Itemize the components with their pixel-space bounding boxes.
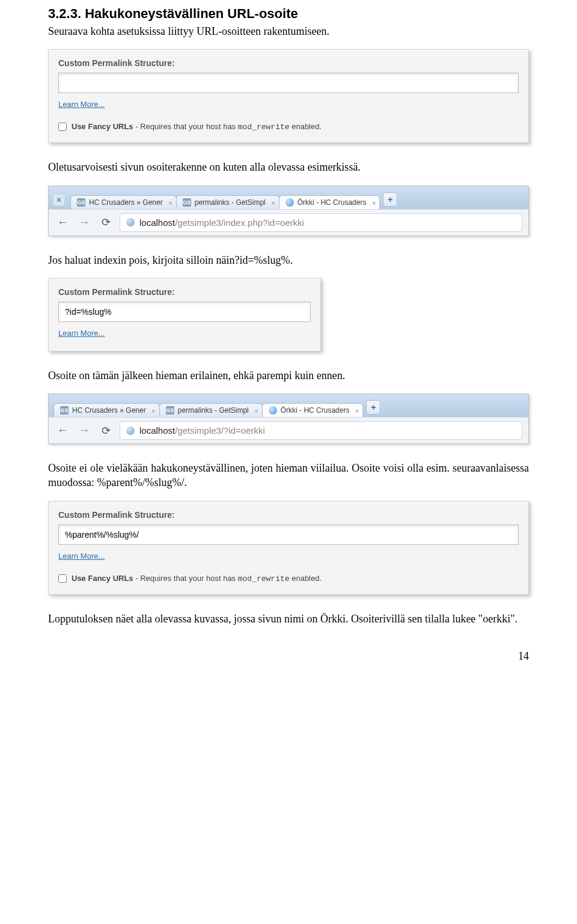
- tab-close-icon[interactable]: ×: [151, 407, 155, 415]
- permalink-input[interactable]: [58, 302, 311, 322]
- tab-close-icon[interactable]: ×: [254, 407, 258, 415]
- fancy-urls-row: Use Fancy URLs - Requires that your host…: [58, 574, 519, 583]
- browser-screenshot-2: GS HC Crusaders » Gener × GS permalinks …: [48, 394, 529, 444]
- fancy-urls-after: enabled.: [290, 574, 322, 583]
- permalink-panel-1: Custom Permalink Structure: Learn More..…: [48, 49, 529, 143]
- fancy-urls-text: - Requires that your host has: [133, 574, 238, 583]
- permalink-label: Custom Permalink Structure:: [58, 58, 519, 68]
- forward-button[interactable]: →: [76, 214, 92, 230]
- favicon-gs-icon: GS: [166, 406, 174, 415]
- fancy-urls-row: Use Fancy URLs - Requires that your host…: [58, 122, 519, 132]
- permalink-panel-2: Custom Permalink Structure: Learn More..…: [48, 278, 321, 351]
- tab-2[interactable]: GS permalinks - GetSimpl ×: [159, 403, 263, 417]
- tab-2[interactable]: GS permalinks - GetSimpl ×: [176, 195, 279, 209]
- learn-more-link[interactable]: Learn More...: [58, 100, 105, 109]
- tab-label: permalinks - GetSimpl: [195, 198, 266, 207]
- tabstrip: GS HC Crusaders » Gener × GS permalinks …: [49, 394, 528, 417]
- new-tab-button[interactable]: +: [366, 400, 380, 415]
- tab-close-icon[interactable]: ×: [271, 199, 275, 207]
- favicon-gs-icon: GS: [60, 406, 69, 415]
- fancy-urls-after: enabled.: [290, 122, 322, 131]
- favicon-globe-icon: [269, 406, 277, 415]
- fancy-urls-label: Use Fancy URLs: [72, 122, 133, 131]
- forward-button[interactable]: →: [76, 423, 92, 439]
- permalink-input[interactable]: [58, 73, 519, 93]
- browser-screenshot-1: ✕ GS HC Crusaders » Gener × GS permalink…: [48, 186, 529, 236]
- tab-label: permalinks - GetSimpl: [178, 406, 249, 415]
- favicon-gs-icon: GS: [183, 198, 191, 207]
- learn-more-link[interactable]: Learn More...: [58, 552, 105, 561]
- nav-toolbar: ← → ⟳ localhost/getsimple3/index.php?id=…: [49, 209, 528, 236]
- permalink-input[interactable]: [58, 524, 519, 545]
- learn-more-link[interactable]: Learn More...: [58, 329, 105, 338]
- address-bar[interactable]: localhost/getsimple3/index.php?id=oerkki: [120, 213, 522, 232]
- para-after-browser2: Osoite ei ole vieläkään hakukoneystäväll…: [48, 461, 529, 490]
- fancy-urls-checkbox[interactable]: [58, 574, 67, 583]
- favicon-globe-icon: [285, 198, 294, 207]
- reload-button[interactable]: ⟳: [98, 423, 114, 439]
- window-close-icon[interactable]: ✕: [53, 195, 64, 205]
- back-button[interactable]: ←: [55, 214, 70, 230]
- nav-toolbar: ← → ⟳ localhost/getsimple3/?id=oerkki: [49, 417, 528, 443]
- tab-close-icon[interactable]: ×: [168, 199, 172, 207]
- tab-3[interactable]: Örkki - HC Crusaders ×: [262, 403, 364, 417]
- favicon-gs-icon: GS: [77, 198, 85, 207]
- mod-rewrite-code: mod_rewrite: [238, 574, 290, 583]
- tab-label: Örkki - HC Crusaders: [298, 198, 367, 207]
- permalink-panel-3: Custom Permalink Structure: Learn More..…: [48, 501, 529, 595]
- section-heading: 3.2.3. Hakukoneystävällinen URL-osoite: [48, 6, 529, 22]
- intro-paragraph: Seuraava kohta asetuksissa liittyy URL-o…: [48, 24, 529, 38]
- globe-icon: [126, 218, 135, 226]
- final-paragraph: Lopputuloksen näet alla olevassa kuvassa…: [48, 612, 529, 626]
- tab-label: HC Crusaders » Gener: [89, 198, 163, 207]
- url-text: localhost/getsimple3/?id=oerkki: [139, 425, 265, 436]
- back-button[interactable]: ←: [55, 423, 70, 439]
- para-after-browser1: Jos haluat indexin pois, kirjoita silloi…: [48, 253, 529, 267]
- tab-label: HC Crusaders » Gener: [72, 406, 146, 415]
- globe-icon: [126, 427, 135, 435]
- mod-rewrite-code: mod_rewrite: [238, 123, 290, 132]
- tabstrip: ✕ GS HC Crusaders » Gener × GS permalink…: [49, 186, 528, 209]
- tab-close-icon[interactable]: ×: [355, 407, 359, 415]
- page-number: 14: [48, 650, 529, 663]
- tab-3[interactable]: Örkki - HC Crusaders ×: [279, 195, 380, 209]
- tab-label: Örkki - HC Crusaders: [281, 406, 350, 415]
- url-text: localhost/getsimple3/index.php?id=oerkki: [139, 217, 304, 228]
- address-bar[interactable]: localhost/getsimple3/?id=oerkki: [120, 421, 522, 440]
- reload-button[interactable]: ⟳: [98, 214, 114, 230]
- tab-1[interactable]: GS HC Crusaders » Gener ×: [70, 195, 177, 209]
- permalink-label: Custom Permalink Structure:: [58, 510, 519, 520]
- para-after-panel1: Oletusarvoisesti sivun osoiterakenne on …: [48, 160, 529, 174]
- permalink-label: Custom Permalink Structure:: [58, 287, 311, 297]
- fancy-urls-text: - Requires that your host has: [133, 122, 238, 131]
- tab-1[interactable]: GS HC Crusaders » Gener ×: [53, 403, 160, 417]
- para-after-panel2: Osoite on tämän jälkeen hieman erilainen…: [48, 368, 529, 383]
- tab-close-icon[interactable]: ×: [372, 199, 376, 207]
- fancy-urls-label: Use Fancy URLs: [72, 574, 133, 583]
- fancy-urls-checkbox[interactable]: [58, 123, 67, 131]
- new-tab-button[interactable]: +: [383, 192, 397, 207]
